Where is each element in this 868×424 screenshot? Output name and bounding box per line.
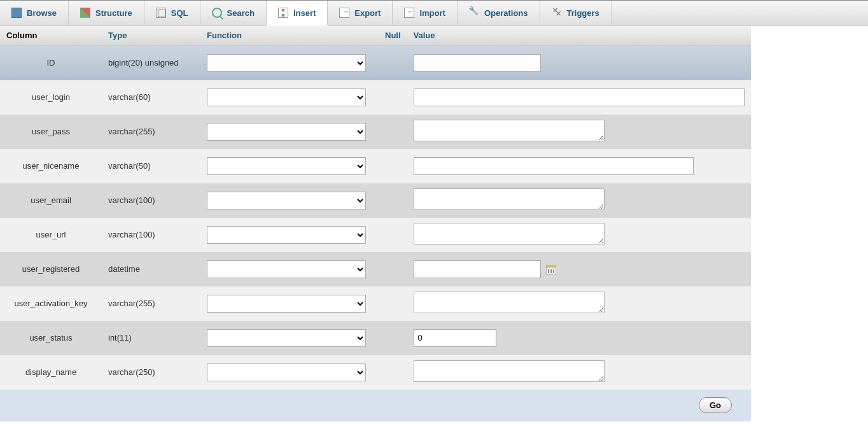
function-select[interactable]: [207, 226, 366, 244]
table-row: user_loginvarchar(60): [0, 80, 751, 115]
tab-browse[interactable]: Browse: [0, 1, 69, 25]
column-name: user_activation_key: [0, 286, 102, 321]
search-icon: [212, 8, 222, 18]
tab-label: Export: [354, 8, 381, 18]
column-type: varchar(100): [102, 218, 200, 252]
table-row: user_registereddatetime: [0, 252, 751, 286]
triggers-icon: [552, 8, 562, 18]
header-type: Type: [102, 25, 200, 46]
null-cell: [379, 252, 407, 286]
table-row: display_namevarchar(250): [0, 355, 751, 390]
function-select[interactable]: [207, 192, 366, 209]
browse-icon: [11, 8, 22, 18]
null-cell: [379, 321, 407, 355]
tab-label: Triggers: [567, 8, 599, 18]
calendar-icon[interactable]: [546, 265, 556, 275]
tab-sql[interactable]: SQL: [144, 1, 200, 25]
value-input[interactable]: [414, 120, 605, 141]
column-name: user_pass: [0, 115, 102, 149]
function-select[interactable]: [207, 295, 366, 313]
null-cell: [379, 46, 407, 80]
structure-icon: [80, 8, 90, 18]
table-row: user_emailvarchar(100): [0, 183, 751, 218]
insert-table: Column Type Function Null Value IDbigint…: [0, 25, 751, 390]
function-select[interactable]: [207, 329, 366, 347]
value-input[interactable]: [414, 292, 605, 313]
column-name: display_name: [0, 355, 102, 390]
tab-insert[interactable]: Insert: [267, 1, 328, 25]
column-name: user_status: [0, 321, 102, 355]
tab-label: SQL: [171, 8, 188, 18]
import-icon: [404, 8, 414, 18]
value-input[interactable]: [414, 88, 745, 106]
column-name: ID: [0, 46, 102, 80]
value-input[interactable]: [414, 157, 694, 175]
tab-label: Import: [419, 8, 445, 18]
column-name: user_email: [0, 183, 102, 218]
function-select[interactable]: [207, 123, 366, 141]
column-type: bigint(20) unsigned: [102, 46, 200, 80]
footer: Go: [0, 390, 751, 421]
table-row: user_urlvarchar(100): [0, 218, 751, 252]
tab-bar: Browse Structure SQL Search Insert Expor…: [0, 0, 868, 25]
tab-label: Browse: [27, 8, 57, 18]
column-name: user_nicename: [0, 149, 102, 183]
column-type: varchar(255): [102, 115, 200, 149]
function-select[interactable]: [207, 88, 366, 106]
column-type: varchar(60): [102, 80, 200, 115]
header-value: Value: [407, 25, 751, 46]
tab-search[interactable]: Search: [200, 1, 267, 25]
column-type: varchar(100): [102, 183, 200, 218]
value-input[interactable]: [414, 260, 541, 278]
table-row: user_nicenamevarchar(50): [0, 149, 751, 183]
column-type: varchar(250): [102, 355, 200, 390]
header-function: Function: [200, 25, 379, 46]
column-type: datetime: [102, 252, 200, 286]
null-cell: [379, 218, 407, 252]
tab-structure[interactable]: Structure: [69, 1, 144, 25]
sql-icon: [156, 8, 166, 18]
column-type: int(11): [102, 321, 200, 355]
null-cell: [379, 115, 407, 149]
value-input[interactable]: [414, 223, 605, 244]
go-button[interactable]: Go: [699, 397, 732, 413]
function-select[interactable]: [207, 157, 366, 175]
column-name: user_url: [0, 218, 102, 252]
value-input[interactable]: [414, 54, 541, 72]
value-input[interactable]: [414, 188, 605, 210]
tab-export[interactable]: Export: [328, 1, 393, 25]
function-select[interactable]: [207, 54, 366, 72]
table-row: user_activation_keyvarchar(255): [0, 286, 751, 321]
export-icon: [339, 8, 349, 18]
tab-import[interactable]: Import: [393, 1, 457, 25]
tab-triggers[interactable]: Triggers: [540, 1, 612, 25]
tab-label: Structure: [95, 8, 132, 18]
null-cell: [379, 149, 407, 183]
table-row: user_passvarchar(255): [0, 115, 751, 149]
value-input[interactable]: [414, 329, 496, 347]
null-cell: [379, 286, 407, 321]
header-null: Null: [379, 25, 407, 46]
null-cell: [379, 183, 407, 218]
value-input[interactable]: [414, 360, 605, 382]
column-name: user_registered: [0, 252, 102, 286]
null-cell: [379, 80, 407, 115]
tab-operations[interactable]: Operations: [458, 1, 540, 25]
table-row: IDbigint(20) unsigned: [0, 46, 751, 80]
table-row: user_statusint(11): [0, 321, 751, 355]
insert-icon: [278, 8, 288, 18]
function-select[interactable]: [207, 364, 366, 381]
tab-label: Operations: [484, 8, 528, 18]
operations-icon: [469, 8, 479, 18]
header-column: Column: [0, 25, 102, 46]
column-name: user_login: [0, 80, 102, 115]
column-type: varchar(50): [102, 149, 200, 183]
tab-label: Search: [227, 8, 255, 18]
tab-label: Insert: [293, 8, 316, 18]
null-cell: [379, 355, 407, 390]
column-type: varchar(255): [102, 286, 200, 321]
function-select[interactable]: [207, 260, 366, 278]
